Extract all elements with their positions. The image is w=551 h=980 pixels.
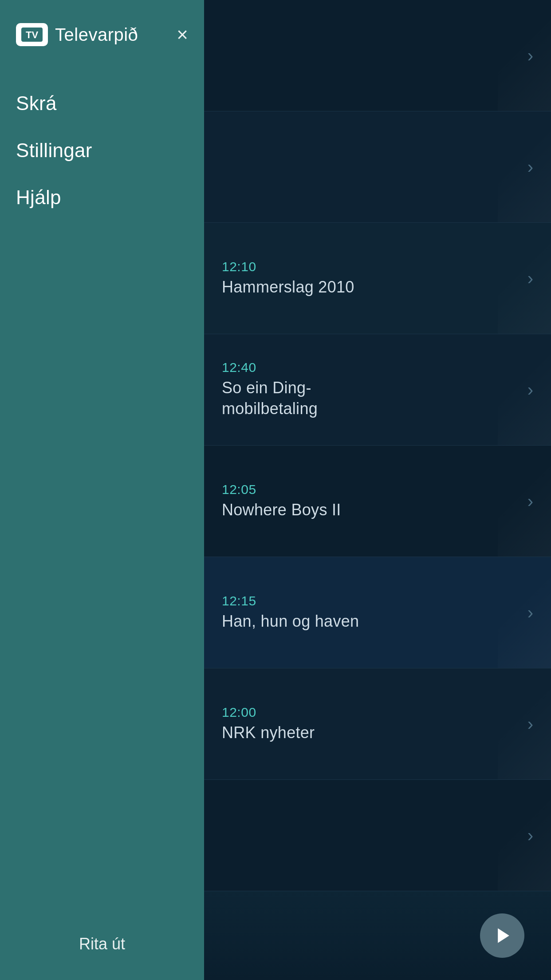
logout-button[interactable]: Rita út xyxy=(0,935,204,953)
program-title: Hammerslag 2010 xyxy=(222,277,354,298)
program-title: Han, hun og haven xyxy=(222,611,359,632)
program-time: 12:05 xyxy=(222,482,341,497)
program-title: So ein Ding-mobilbetaling xyxy=(222,378,318,419)
chevron-right-icon: › xyxy=(527,158,533,176)
chevron-right-icon: › xyxy=(527,715,533,733)
play-button[interactable] xyxy=(480,913,524,958)
program-list: › › 12:10 Hammerslag 2010 › 12:40 So ein… xyxy=(204,0,551,891)
program-info: 12:05 Nowhere Boys II xyxy=(222,482,341,521)
sidebar-item-hjalp[interactable]: Hjálp xyxy=(16,176,188,219)
list-item[interactable]: 12:05 Nowhere Boys II › xyxy=(204,446,551,557)
program-info: 12:40 So ein Ding-mobilbetaling xyxy=(222,360,318,419)
chevron-right-icon: › xyxy=(527,47,533,64)
program-info: 12:10 Hammerslag 2010 xyxy=(222,259,354,298)
chevron-right-icon: › xyxy=(527,381,533,399)
list-item[interactable]: 12:10 Hammerslag 2010 › xyxy=(204,223,551,334)
list-item[interactable]: 12:15 Han, hun og haven › xyxy=(204,557,551,668)
program-time: 12:10 xyxy=(222,259,354,274)
chevron-right-icon: › xyxy=(527,604,533,621)
list-item[interactable]: › xyxy=(204,0,551,111)
program-title: NRK nyheter xyxy=(222,723,315,743)
program-time: 12:40 xyxy=(222,360,318,375)
sidebar-item-stillingar[interactable]: Stillingar xyxy=(16,129,188,172)
program-info: 12:00 NRK nyheter xyxy=(222,705,315,743)
app-title: Televarpið xyxy=(55,25,138,45)
play-area xyxy=(204,891,551,980)
svg-text:TV: TV xyxy=(26,29,38,40)
sidebar-nav: Skrá Stillingar Hjálp xyxy=(0,64,204,237)
sidebar-header: TV Televarpið × xyxy=(0,0,204,64)
svg-marker-2 xyxy=(498,929,509,943)
list-item[interactable]: 12:40 So ein Ding-mobilbetaling › xyxy=(204,334,551,446)
program-time: 12:15 xyxy=(222,593,359,609)
sidebar: TV Televarpið × Skrá Stillingar Hjálp Ri… xyxy=(0,0,204,980)
close-button[interactable]: × xyxy=(177,25,188,44)
chevron-right-icon: › xyxy=(527,492,533,510)
chevron-right-icon: › xyxy=(527,826,533,844)
chevron-right-icon: › xyxy=(527,269,533,287)
program-time: 12:00 xyxy=(222,705,315,720)
program-info: 12:15 Han, hun og haven xyxy=(222,593,359,632)
content-area: › › 12:10 Hammerslag 2010 › 12:40 So ein… xyxy=(204,0,551,980)
list-item[interactable]: › xyxy=(204,780,551,891)
list-item[interactable]: › xyxy=(204,111,551,223)
list-item[interactable]: 12:00 NRK nyheter › xyxy=(204,668,551,780)
play-icon xyxy=(494,926,513,945)
sidebar-item-skra[interactable]: Skrá xyxy=(16,82,188,125)
program-title: Nowhere Boys II xyxy=(222,500,341,521)
logo-container: TV Televarpið xyxy=(16,23,138,46)
app-logo-icon: TV xyxy=(16,23,48,46)
